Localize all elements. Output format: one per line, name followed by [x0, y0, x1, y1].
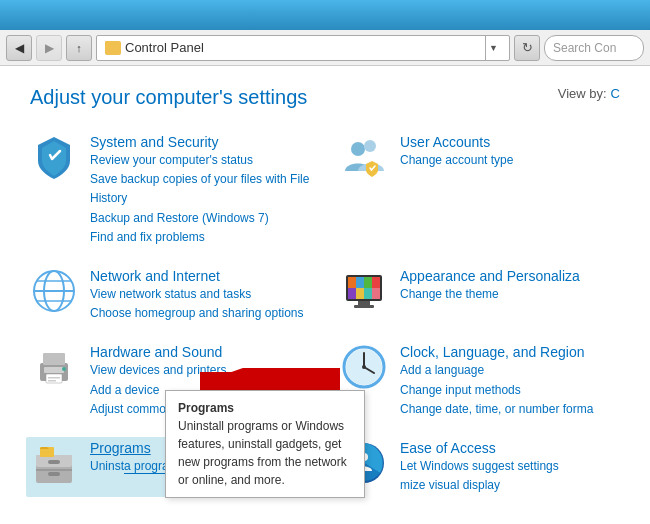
svg-rect-23 [48, 377, 60, 379]
address-dropdown[interactable]: ▼ [485, 35, 501, 61]
category-clock: Clock, Language, and Region Add a langua… [340, 343, 620, 419]
hardware-title[interactable]: Hardware and Sound [90, 344, 222, 360]
tooltip-title: Programs [178, 401, 234, 415]
svg-rect-16 [372, 288, 380, 299]
svg-rect-34 [36, 469, 72, 471]
category-system: System and Security Review your computer… [30, 133, 310, 247]
svg-rect-24 [48, 380, 56, 382]
user-accounts-title[interactable]: User Accounts [400, 134, 490, 150]
page-title: Adjust your computer's settings [30, 86, 307, 109]
category-ease: Ease of Access Let Windows suggest setti… [340, 439, 620, 495]
svg-rect-17 [358, 301, 370, 305]
category-user-accounts: User Accounts Change account type [340, 133, 620, 247]
address-box[interactable]: Control Panel ▼ [96, 35, 510, 61]
clock-title[interactable]: Clock, Language, and Region [400, 344, 584, 360]
appearance-text: Appearance and Personaliza Change the th… [400, 267, 580, 304]
svg-rect-13 [348, 288, 356, 299]
svg-rect-11 [364, 277, 372, 288]
search-placeholder: Search Con [553, 41, 616, 55]
network-link-1[interactable]: Choose homegroup and sharing options [90, 304, 303, 323]
svg-rect-12 [372, 277, 380, 288]
hardware-icon [30, 343, 78, 391]
ease-text: Ease of Access Let Windows suggest setti… [400, 439, 559, 495]
folder-icon [105, 41, 121, 55]
clock-link-1[interactable]: Change input methods [400, 381, 593, 400]
system-title[interactable]: System and Security [90, 134, 218, 150]
title-bar [0, 0, 650, 30]
svg-rect-14 [356, 288, 364, 299]
system-link-1[interactable]: Save backup copies of your files with Fi… [90, 170, 310, 208]
appearance-title[interactable]: Appearance and Personaliza [400, 268, 580, 284]
svg-rect-20 [44, 367, 64, 373]
clock-link-2[interactable]: Change date, time, or number forma [400, 400, 593, 419]
programs-title[interactable]: Programs [90, 440, 151, 456]
clock-icon [340, 343, 388, 391]
address-path: Control Panel [125, 40, 204, 55]
appearance-icon [340, 267, 388, 315]
network-title[interactable]: Network and Internet [90, 268, 220, 284]
tooltip-text: Uninstall programs or Windows features, … [178, 419, 347, 487]
user-accounts-text: User Accounts Change account type [400, 133, 513, 170]
back-button[interactable]: ◀ [6, 35, 32, 61]
up-button[interactable]: ↑ [66, 35, 92, 61]
appearance-link-0[interactable]: Change the theme [400, 285, 580, 304]
refresh-button[interactable]: ↻ [514, 35, 540, 61]
svg-rect-15 [364, 288, 372, 299]
ease-link-0[interactable]: Let Windows suggest settings [400, 457, 559, 476]
category-appearance: Appearance and Personaliza Change the th… [340, 267, 620, 323]
network-link-0[interactable]: View network status and tasks [90, 285, 303, 304]
svg-rect-18 [354, 305, 374, 308]
address-bar: ◀ ▶ ↑ Control Panel ▼ ↻ Search Con [0, 30, 650, 66]
programs-icon [30, 439, 78, 487]
system-link-0[interactable]: Review your computer's status [90, 151, 310, 170]
system-text: System and Security Review your computer… [90, 133, 310, 247]
forward-button[interactable]: ▶ [36, 35, 62, 61]
user-accounts-icon [340, 133, 388, 181]
svg-point-30 [362, 365, 366, 369]
user-accounts-link-0[interactable]: Change account type [400, 151, 513, 170]
category-network: Network and Internet View network status… [30, 267, 310, 323]
svg-point-25 [62, 367, 66, 371]
search-box[interactable]: Search Con [544, 35, 644, 61]
svg-point-0 [351, 142, 365, 156]
svg-rect-21 [43, 353, 65, 365]
view-by-label: View by: [558, 86, 607, 101]
svg-rect-33 [48, 460, 60, 464]
view-by-value[interactable]: C [611, 86, 620, 101]
svg-rect-10 [356, 277, 364, 288]
svg-rect-35 [48, 472, 60, 476]
system-icon [30, 133, 78, 181]
tooltip: Programs Uninstall programs or Windows f… [165, 390, 365, 498]
system-link-3[interactable]: Find and fix problems [90, 228, 310, 247]
clock-text: Clock, Language, and Region Add a langua… [400, 343, 593, 419]
svg-point-1 [364, 140, 376, 152]
ease-title[interactable]: Ease of Access [400, 440, 496, 456]
system-link-2[interactable]: Backup and Restore (Windows 7) [90, 209, 310, 228]
view-by: View by: C [558, 86, 620, 101]
svg-rect-9 [348, 277, 356, 288]
network-icon [30, 267, 78, 315]
ease-link-1[interactable]: mize visual display [400, 476, 559, 495]
network-text: Network and Internet View network status… [90, 267, 303, 323]
page-header: Adjust your computer's settings View by:… [30, 86, 620, 109]
clock-link-0[interactable]: Add a language [400, 361, 593, 380]
